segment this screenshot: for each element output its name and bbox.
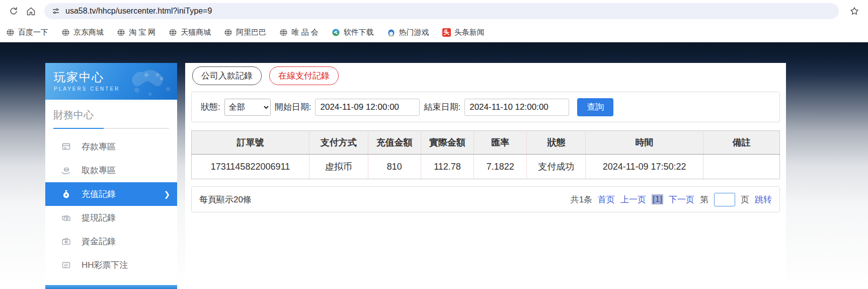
svg-text:¥: ¥ [65, 241, 67, 244]
url-text: usa58.tv/hhcp/usercenter.html?iniType=9 [65, 7, 212, 16]
bookmark-label: 软件下载 [344, 28, 374, 37]
jump-suffix-text: 页 [741, 194, 749, 205]
home-button[interactable] [22, 3, 39, 20]
sidebar-item-label: 充值記錄 [82, 188, 116, 200]
players-center-header: 玩家中心 PLAYERS CENTER [45, 63, 177, 100]
bookmark-item[interactable]: 阿里巴巴 [224, 28, 266, 37]
bookmark-label: 京东商城 [73, 28, 104, 37]
bookmark-label: 淘 宝 网 [129, 28, 155, 37]
withdrawal-record-icon [60, 212, 71, 224]
globe-favicon [117, 28, 125, 37]
current-page-indicator: [1] [652, 194, 663, 204]
end-date-input[interactable] [464, 99, 569, 116]
pagination-controls: 共1条 首页 上一页 [1] 下一页 第 页 跳转 [571, 193, 772, 206]
globe-favicon [6, 28, 15, 37]
jump-link[interactable]: 跳转 [755, 194, 772, 205]
bookmark-item[interactable]: 头头条新闻 [442, 28, 485, 37]
bookmark-item[interactable]: 淘 宝 网 [117, 28, 155, 37]
bookmark-item[interactable]: 百度一下 [6, 28, 48, 37]
sidebar-section-title: 財務中心 [45, 100, 177, 128]
column-header: 時間 [586, 131, 703, 155]
funds-record-icon: ¥ [60, 236, 71, 247]
page-jump-input[interactable] [714, 193, 735, 206]
reload-button[interactable] [5, 3, 22, 20]
first-page-link[interactable]: 首页 [598, 194, 615, 205]
globe-favicon [61, 28, 70, 37]
table-cell: 810 [368, 155, 421, 179]
sidebar-item-label: HH彩票下注 [82, 259, 128, 271]
home-icon [26, 6, 36, 17]
sidebar-item-withdrawal-record[interactable]: 提現記錄❯ [45, 206, 177, 230]
tab-online-payment-records[interactable]: 在線支付記錄 [269, 66, 339, 85]
sidebar-divider [53, 128, 169, 129]
bookmark-label: 热门游戏 [399, 28, 429, 37]
tab-company-deposit-records[interactable]: 公司入款記錄 [192, 66, 262, 85]
sidebar-item-withdraw-zone[interactable]: 取款專區❯ [45, 159, 177, 182]
bookmark-item[interactable]: 京东商城 [61, 28, 104, 37]
page-size-text: 每頁顯示20條 [199, 194, 252, 205]
bookmark-label: 阿里巴巴 [236, 28, 266, 37]
bookmark-label: 百度一下 [18, 28, 48, 37]
bookmark-item[interactable]: 唯 品 会 [279, 28, 318, 37]
status-select[interactable]: 全部 [224, 99, 271, 116]
search-button[interactable]: 查詢 [577, 98, 613, 116]
column-header: 支付方式 [309, 131, 368, 155]
site-privacy-icon [51, 7, 60, 16]
sidebar-item-deposit-zone[interactable]: 存款專區❯ [45, 135, 177, 159]
sidebar-item-funds-record[interactable]: ¥資金記錄❯ [45, 230, 177, 253]
filter-bar: 狀態: 全部 開始日期: 結束日期: 查詢 [191, 92, 780, 122]
page-background: 玩家中心 PLAYERS CENTER 財務中心 存款專區❯取款專區❯¥充值記錄… [0, 42, 868, 289]
sidebar-item-label: 存款專區 [82, 141, 116, 153]
bookmark-item[interactable]: 热门游戏 [387, 28, 429, 37]
sidebar-menu: 存款專區❯取款專區❯¥充值記錄❯提現記錄❯¥資金記錄❯HH彩票下注❯ [45, 135, 177, 277]
total-count-text: 共1条 [571, 194, 592, 205]
records-table-head: 訂單號支付方式充值金額實際金額匯率狀態時間備註 [192, 131, 780, 155]
end-date-label: 結束日期: [424, 101, 460, 113]
record-tabs: 公司入款記錄 在線支付記錄 [191, 66, 780, 85]
lottery-bet-icon [60, 260, 71, 271]
table-cell: 1731145822006911 [192, 155, 309, 179]
chevron-right-icon: ❯ [164, 190, 170, 199]
browser-toolbar: usa58.tv/hhcp/usercenter.html?iniType=9 [0, 0, 868, 22]
star-icon [849, 6, 859, 16]
column-header: 充值金額 [368, 131, 421, 155]
globe-favicon [169, 28, 177, 37]
globe-favicon [279, 28, 288, 37]
start-date-label: 開始日期: [275, 101, 311, 113]
start-date-input[interactable] [315, 99, 420, 116]
toutiao-favicon: 头 [442, 28, 451, 37]
reload-icon [9, 6, 19, 16]
records-table-body: 1731145822006911虚拟币810112.787.1822支付成功20… [192, 155, 780, 179]
url-bar[interactable]: usa58.tv/hhcp/usercenter.html?iniType=9 [44, 3, 839, 19]
bookmark-star-button[interactable] [846, 3, 863, 20]
sidebar: 玩家中心 PLAYERS CENTER 財務中心 存款專區❯取款專區❯¥充值記錄… [45, 63, 177, 289]
table-cell: 支付成功 [527, 155, 586, 179]
recharge-record-icon: ¥ [60, 189, 71, 200]
column-header: 實際金額 [421, 131, 474, 155]
table-row: 1731145822006911虚拟币810112.787.1822支付成功20… [192, 155, 780, 179]
main-panel: 公司入款記錄 在線支付記錄 狀態: 全部 開始日期: 結束日期: 查詢 訂單號支… [185, 63, 786, 289]
software-download-favicon [332, 28, 340, 37]
penguin-favicon [387, 28, 396, 37]
sidebar-item-recharge-record[interactable]: ¥充值記錄❯ [45, 182, 177, 206]
column-header: 訂單號 [192, 131, 309, 155]
gamepad-icon [126, 67, 174, 98]
table-cell: 7.1822 [474, 155, 527, 179]
bookmark-item[interactable]: 天猫商城 [169, 28, 211, 37]
sidebar-item-label: 取款專區 [82, 165, 116, 176]
bookmark-label: 头条新闻 [454, 28, 485, 37]
bookmark-label: 天猫商城 [181, 28, 211, 37]
prev-page-link[interactable]: 上一页 [620, 194, 646, 205]
sidebar-item-lottery-bet[interactable]: HH彩票下注❯ [45, 253, 177, 277]
next-page-link[interactable]: 下一页 [669, 194, 694, 205]
deposit-zone-icon [60, 141, 71, 153]
table-cell [703, 155, 779, 179]
table-cell: 2024-11-09 17:50:22 [586, 155, 703, 179]
table-header-row: 訂單號支付方式充值金額實際金額匯率狀態時間備註 [192, 131, 780, 155]
sidebar-item-label: 資金記錄 [82, 236, 116, 247]
bookmark-item[interactable]: 软件下载 [332, 28, 374, 37]
column-header: 匯率 [474, 131, 527, 155]
jump-prefix-text: 第 [700, 194, 708, 205]
records-table: 訂單號支付方式充值金額實際金額匯率狀態時間備註 1731145822006911… [191, 130, 780, 179]
sidebar-bottom-strip [45, 285, 177, 289]
